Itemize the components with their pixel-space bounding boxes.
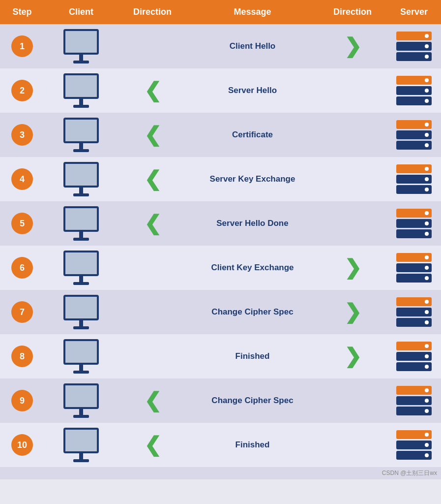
server-unit-mid	[396, 219, 432, 228]
step-badge: 4	[11, 168, 33, 190]
cell-client	[44, 114, 118, 156]
cell-message: Server Hello Done	[187, 215, 318, 232]
server-unit-top	[396, 120, 432, 129]
cell-server	[387, 382, 441, 419]
cell-message: Finished	[187, 347, 318, 365]
server-dot	[425, 143, 429, 147]
cell-direction-right	[318, 175, 387, 183]
message-label: Client Key Exchange	[211, 263, 294, 273]
server-dot	[425, 232, 429, 236]
server-dot	[425, 310, 429, 314]
server-dot	[425, 300, 429, 304]
step-badge: 3	[11, 124, 33, 146]
server-icon	[396, 430, 432, 460]
step-badge: 8	[11, 346, 33, 367]
monitor-screen	[63, 206, 99, 232]
step-badge: 10	[11, 434, 33, 456]
server-dot	[425, 55, 429, 59]
monitor-stand	[79, 453, 83, 459]
server-dot	[425, 354, 429, 358]
monitor-screen	[63, 118, 99, 143]
server-unit-top	[396, 386, 432, 395]
client-monitor-icon	[63, 162, 99, 196]
table-row: 1 Client Hello ❯	[0, 24, 441, 68]
message-label: Change Cipher Spec	[211, 396, 293, 406]
cell-step: 1	[0, 32, 44, 61]
server-dot	[425, 443, 429, 447]
cell-direction-left: ❮	[118, 76, 187, 105]
server-icon	[396, 32, 432, 61]
client-monitor-icon	[63, 339, 99, 374]
monitor-stand	[79, 276, 83, 282]
server-dot	[425, 344, 429, 348]
step-badge: 7	[11, 301, 33, 323]
cell-message: Client Key Exchange	[187, 259, 318, 277]
cell-direction-right	[318, 87, 387, 94]
client-monitor-icon	[63, 29, 99, 63]
server-unit-mid	[396, 396, 432, 405]
client-monitor-icon	[63, 251, 99, 285]
client-monitor-icon	[63, 118, 99, 152]
monitor-stand	[79, 99, 83, 105]
table-row: 7 Change Cipher Spec ❯	[0, 290, 441, 334]
server-dot	[425, 99, 429, 103]
cell-server	[387, 116, 441, 154]
header-client: Client	[44, 0, 118, 24]
monitor-screen	[63, 428, 99, 453]
server-dot	[425, 409, 429, 413]
server-dot	[425, 211, 429, 215]
server-unit-bot	[396, 451, 432, 460]
monitor-screen	[63, 73, 99, 99]
server-dot	[425, 276, 429, 280]
server-unit-top	[396, 297, 432, 306]
message-label: Certificate	[232, 130, 273, 140]
server-dot	[425, 123, 429, 126]
monitor-screen	[63, 383, 99, 409]
monitor-screen	[63, 162, 99, 188]
server-unit-top	[396, 342, 432, 350]
server-dot	[425, 177, 429, 181]
monitor-base	[73, 193, 89, 196]
cell-message: Certificate	[187, 126, 318, 144]
monitor-base	[73, 326, 89, 329]
server-unit-bot	[396, 185, 432, 194]
monitor-base	[73, 149, 89, 152]
message-label: Server Key Exchange	[210, 174, 295, 184]
cell-direction-right	[318, 397, 387, 405]
cell-client	[44, 247, 118, 289]
arrow-left-icon: ❮	[144, 169, 161, 189]
header-step: Step	[0, 0, 44, 24]
arrow-left-icon: ❮	[144, 213, 161, 234]
arrow-right-icon: ❯	[344, 346, 361, 367]
server-icon	[396, 386, 432, 415]
server-dot	[425, 133, 429, 137]
arrow-left-icon: ❮	[144, 435, 161, 455]
server-dot	[425, 399, 429, 403]
table-row: 4 ❮ Server Key Exchange	[0, 157, 441, 201]
server-unit-mid	[396, 86, 432, 95]
header-direction-left: Direction	[118, 0, 187, 24]
server-icon	[396, 342, 432, 371]
cell-client	[44, 69, 118, 112]
cell-message: Client Hello	[187, 37, 318, 55]
cell-direction-left: ❮	[118, 386, 187, 415]
client-monitor-icon	[63, 383, 99, 418]
server-unit-bot	[396, 141, 432, 150]
monitor-base	[73, 415, 89, 418]
cell-direction-right	[318, 220, 387, 227]
message-label: Finished	[235, 351, 270, 361]
server-unit-bot	[396, 274, 432, 283]
cell-server	[387, 426, 441, 464]
server-unit-top	[396, 209, 432, 218]
arrow-right-icon: ❯	[344, 257, 361, 278]
client-monitor-icon	[63, 73, 99, 108]
server-unit-top	[396, 253, 432, 262]
server-dot	[425, 320, 429, 324]
arrow-right-icon: ❯	[344, 302, 361, 322]
message-label: Server Hello	[228, 86, 277, 95]
server-unit-mid	[396, 175, 432, 184]
cell-client	[44, 202, 118, 245]
cell-server	[387, 205, 441, 242]
cell-server	[387, 249, 441, 286]
cell-direction-left	[118, 42, 187, 50]
